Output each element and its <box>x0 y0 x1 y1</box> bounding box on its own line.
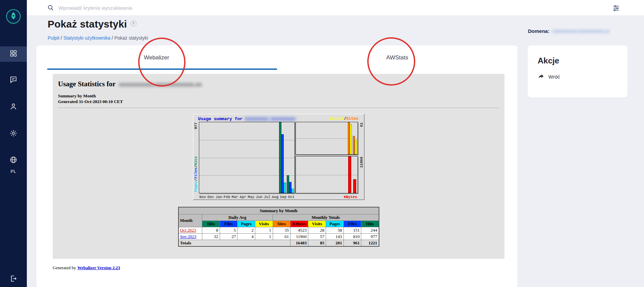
graph-title: Usage summary for xxxxxxxxx.xxxxxxxxxx.x… <box>198 116 296 122</box>
plot-sites-visits <box>296 122 358 155</box>
app-logo[interactable] <box>6 9 21 24</box>
user-icon <box>9 102 17 112</box>
table-cell: 11960 <box>290 233 308 240</box>
chat-icon <box>9 76 17 85</box>
bar-files-oct <box>289 182 291 193</box>
metric-header-kbytes: KBytes <box>290 221 308 227</box>
table-cell: 28 <box>308 227 326 233</box>
table-cell: 1 <box>255 227 273 233</box>
month-link[interactable]: Sep 2023 <box>180 234 197 239</box>
table-cell: 977 <box>361 233 379 240</box>
bar-visits-sep <box>350 124 352 154</box>
divider <box>58 108 499 108</box>
metric-header-hits: Hits <box>361 221 379 227</box>
search-input[interactable] <box>58 5 612 11</box>
table-cell: 4523 <box>290 227 308 233</box>
table-cell: 61 <box>273 233 290 240</box>
breadcrumb-item[interactable]: Statystyki użytkownika <box>63 35 110 41</box>
month-label: Jul <box>263 195 271 199</box>
totals-label: Totals <box>178 240 290 246</box>
summary-heading: Summary by Month <box>58 93 499 99</box>
bar-hits-oct <box>287 175 289 193</box>
metric-header-visits: Visits <box>308 221 326 227</box>
month-label: Aug <box>271 195 279 199</box>
report-domain-redacted: xxxxxxxxxxx.xxxxxxxxxxxx.xx <box>119 81 202 88</box>
domain-value-redacted[interactable]: xxxxxxxxxxx.xxxxxxxxxxxx.xx <box>552 29 609 34</box>
tab-webalizer[interactable]: Webalizer <box>36 45 277 70</box>
table-cell: 58 <box>326 227 344 233</box>
share-arrow-icon <box>538 73 544 81</box>
report-footer: Generated byWebalizer Version 2.23 <box>53 265 120 271</box>
plot-kbytes <box>296 156 358 193</box>
totals-cell: 1221 <box>361 240 379 246</box>
totals-cell: 961 <box>343 240 361 246</box>
metric-header-hits: Hits <box>202 221 220 227</box>
filter-sliders-icon[interactable] <box>612 4 620 11</box>
generated-timestamp: Generated 31-Oct-2023 00:10 CET <box>58 99 499 104</box>
bar-pages-oct <box>291 189 294 193</box>
month-label: Jan <box>215 195 223 199</box>
graph-month-labels: NovDecJanFebMarAprMayJunJulAugSepOct <box>199 195 296 199</box>
month-label: Nov <box>199 195 207 199</box>
topbar <box>27 0 644 16</box>
table-cell: 8 <box>202 227 220 233</box>
metric-header-visits: Visits <box>255 221 273 227</box>
month-link[interactable]: Oct 2023 <box>180 228 196 233</box>
breadcrumb-item[interactable]: Pulpit <box>48 35 59 41</box>
month-label: Mar <box>231 195 239 199</box>
report-heading-prefix: Usage Statistics for <box>58 80 115 88</box>
bar-kbytes-sep <box>348 156 351 193</box>
help-icon[interactable]: ? <box>130 20 137 27</box>
bar-kbytes-oct <box>353 179 356 193</box>
table-cell: 32 <box>202 233 220 240</box>
right-bottom-axis-max-label: 11960 <box>360 157 364 168</box>
table-cell: 151 <box>343 227 361 233</box>
tab-awstats-label: AWStats <box>386 54 409 61</box>
page-title: Pokaż statystyki <box>48 18 127 30</box>
sidebar-item-messages[interactable] <box>0 73 27 88</box>
metric-header-files: Files <box>343 221 361 227</box>
graph-legend: Visits/Sites <box>329 116 358 121</box>
table-cell: 27 <box>220 233 237 240</box>
tab-awstats[interactable]: AWStats <box>277 45 518 70</box>
breadcrumb-separator: / <box>112 35 113 41</box>
graph-domain-redacted: xxxxxxxxx.xxxxxxxxxx.xx <box>245 116 296 122</box>
table-cell: 57 <box>308 233 326 240</box>
tab-bar: Webalizer AWStats <box>36 45 518 70</box>
sidebar-item-settings[interactable] <box>0 126 27 142</box>
summary-table: Summary by MonthMonthDaily AvgMonthly To… <box>178 207 379 247</box>
breadcrumb-separator: / <box>61 35 62 41</box>
metric-header-pages: Pages <box>326 221 344 227</box>
report-heading: Usage Statistics for xxxxxxxxxxx.xxxxxxx… <box>58 80 499 88</box>
footer-prefix: Generated by <box>53 265 76 270</box>
month-label: Apr <box>239 195 247 199</box>
metric-header-files: Files <box>220 221 237 227</box>
sidebar-item-dashboard[interactable] <box>0 46 27 62</box>
sidebar-item-account[interactable] <box>0 99 27 115</box>
usage-graph: Usage summary for xxxxxxxxx.xxxxxxxxxx.x… <box>193 114 365 200</box>
bar-visits-oct <box>355 140 357 154</box>
daily-avg-header: Daily Avg <box>202 214 273 221</box>
webalizer-version-link[interactable]: Webalizer Version 2.23 <box>77 265 120 270</box>
table-title: Summary by Month <box>178 207 379 214</box>
bar-hits-sep <box>279 122 281 193</box>
table-cell: 1 <box>255 233 273 240</box>
bar-files-sep <box>281 134 284 193</box>
totals-cell: 85 <box>308 240 326 246</box>
dashboard-grid-icon <box>9 49 17 59</box>
logout-button[interactable] <box>0 272 27 287</box>
table-group-row: MonthDaily AvgMonthly Totals <box>178 214 379 221</box>
breadcrumb: Pulpit/Statystyki użytkownika/Pokaż stat… <box>48 35 148 41</box>
sidebar-item-language[interactable] <box>0 153 27 168</box>
kbytes-axis-label: KBytes <box>344 195 357 199</box>
metric-header-sites: Sites <box>273 221 290 227</box>
back-action[interactable]: Wróć <box>538 73 618 81</box>
language-code[interactable]: PL <box>0 169 27 174</box>
back-action-label: Wróć <box>548 74 560 80</box>
domain-label: Domena: <box>528 28 549 34</box>
monthly-totals-header: Monthly Totals <box>273 214 379 221</box>
search-icon <box>47 4 54 11</box>
month-label: Dec <box>207 195 215 199</box>
webalizer-report: Usage Statistics for xxxxxxxxxxx.xxxxxxx… <box>53 74 504 259</box>
sidebar: PL <box>0 0 27 287</box>
